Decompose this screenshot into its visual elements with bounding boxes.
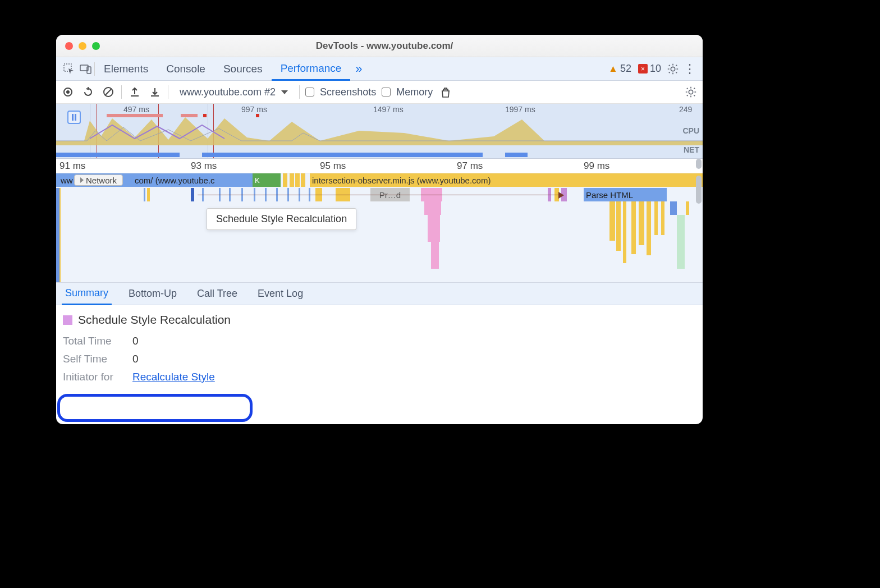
- flame-segment[interactable]: [661, 201, 664, 235]
- total-time-value: 0: [132, 335, 139, 347]
- flame-segment[interactable]: [301, 173, 305, 187]
- arrow-head-icon: [558, 192, 564, 199]
- maximize-window-button[interactable]: [92, 42, 100, 50]
- errors-badge[interactable]: × 10: [638, 63, 661, 75]
- self-time-row: Self Time 0: [63, 350, 696, 368]
- flame-segment[interactable]: [263, 173, 267, 187]
- summary-panel: Schedule Style Recalculation Total Time …: [56, 305, 703, 394]
- detail-tick: 91 ms: [59, 160, 85, 172]
- kebab-menu-icon[interactable]: ⋮: [681, 61, 698, 77]
- more-tabs-icon[interactable]: »: [350, 61, 367, 77]
- flame-segment[interactable]: [267, 173, 272, 187]
- flame-segment[interactable]: [428, 228, 440, 242]
- overview-tick: 997 ms: [241, 105, 267, 114]
- flame-segment[interactable]: [295, 173, 300, 187]
- initiator-arrow: [198, 195, 561, 195]
- flame-segment[interactable]: [647, 201, 651, 255]
- cpu-label: CPU: [682, 126, 699, 135]
- initiator-for-row: Initiator for Recalculate Style: [63, 368, 696, 386]
- flame-segment[interactable]: [686, 201, 689, 215]
- tab-sources[interactable]: Sources: [214, 57, 272, 81]
- memory-checkbox[interactable]: [382, 88, 391, 97]
- details-tab-bar: Summary Bottom-Up Call Tree Event Log: [56, 283, 703, 305]
- upload-icon[interactable]: [127, 85, 142, 99]
- flame-segment[interactable]: [639, 201, 644, 245]
- main-tab-bar: Elements Console Sources Performance » ▲…: [56, 57, 703, 81]
- tab-summary[interactable]: Summary: [62, 283, 112, 305]
- titlebar: DevTools - www.youtube.com/: [56, 35, 703, 57]
- flame-segment[interactable]: [431, 242, 439, 269]
- tab-console[interactable]: Console: [157, 57, 214, 81]
- flame-segment[interactable]: K: [253, 173, 263, 187]
- inspect-element-icon[interactable]: [61, 61, 77, 77]
- flame-segment[interactable]: [428, 215, 440, 228]
- settings-gear-icon[interactable]: [664, 61, 681, 77]
- net-label: NET: [684, 145, 699, 154]
- flame-tick[interactable]: [147, 188, 150, 201]
- record-icon[interactable]: [61, 85, 75, 99]
- flamegraph[interactable]: ww com/ (www.youtube.c Network K interse…: [56, 173, 703, 283]
- scrollbar-thumb[interactable]: [696, 159, 702, 169]
- flame-tick[interactable]: [144, 188, 145, 201]
- flame-tick[interactable]: [191, 188, 194, 201]
- warnings-badge[interactable]: ▲ 52: [608, 63, 631, 75]
- download-icon[interactable]: [148, 85, 162, 99]
- separator: [121, 85, 122, 99]
- net-graph: [56, 153, 703, 157]
- overview-tick: 249: [679, 105, 692, 114]
- device-toolbar-icon[interactable]: [77, 61, 94, 77]
- tab-call-tree[interactable]: Call Tree: [194, 283, 241, 305]
- flame-segment[interactable]: [56, 188, 59, 283]
- flame-segment[interactable]: [677, 215, 685, 269]
- flame-segment[interactable]: [654, 201, 658, 235]
- network-expand-badge[interactable]: Network: [74, 174, 123, 186]
- reload-icon[interactable]: [81, 85, 95, 99]
- flame-segment[interactable]: intersection-observer.min.js (www.youtub…: [310, 173, 703, 187]
- summary-title: Schedule Style Recalculation: [78, 313, 231, 327]
- detail-ruler[interactable]: 91 ms 93 ms 95 ms 97 ms 99 ms: [56, 159, 703, 173]
- tab-performance[interactable]: Performance: [272, 57, 351, 81]
- flame-segment[interactable]: [616, 201, 621, 251]
- tab-event-log[interactable]: Event Log: [254, 283, 306, 305]
- initiator-for-link[interactable]: Recalculate Style: [132, 371, 215, 383]
- overview-tick: 1997 ms: [505, 105, 535, 114]
- flame-segment[interactable]: [290, 173, 294, 187]
- detail-tick: 95 ms: [320, 160, 346, 172]
- close-window-button[interactable]: [65, 42, 73, 50]
- recording-select[interactable]: www.youtube.com #2: [174, 86, 294, 98]
- flame-segment[interactable]: [631, 201, 636, 254]
- flame-parse-html[interactable]: Parse HTML: [584, 188, 667, 201]
- screenshots-checkbox[interactable]: [305, 88, 314, 97]
- svg-point-4: [66, 90, 70, 94]
- summary-heading: Schedule Style Recalculation: [63, 313, 696, 327]
- detail-tick: 99 ms: [584, 160, 609, 172]
- clear-icon[interactable]: [101, 85, 116, 99]
- chevron-down-icon: [281, 90, 288, 94]
- flame-segment[interactable]: [424, 201, 441, 215]
- flame-segment[interactable]: [276, 173, 281, 187]
- collect-garbage-icon[interactable]: [438, 85, 453, 99]
- separator: [299, 85, 300, 99]
- error-count: 10: [650, 63, 661, 75]
- flame-segment[interactable]: [670, 201, 677, 215]
- screenshots-label: Screenshots: [320, 86, 376, 98]
- expand-triangle-icon: [80, 177, 84, 183]
- flame-segment[interactable]: [623, 201, 626, 263]
- scrollbar-thumb[interactable]: [696, 176, 702, 204]
- flame-segment[interactable]: [272, 173, 276, 187]
- svg-line-6: [106, 89, 111, 95]
- tab-elements[interactable]: Elements: [95, 57, 157, 81]
- svg-rect-2: [87, 67, 91, 74]
- overview-ruler: 497 ms 997 ms 1497 ms 1997 ms 249: [56, 104, 703, 115]
- tab-bottom-up[interactable]: Bottom-Up: [125, 283, 180, 305]
- devtools-window: DevTools - www.youtube.com/ Elements Con…: [56, 35, 703, 424]
- capture-settings-gear-icon[interactable]: [684, 85, 698, 99]
- timeline-overview[interactable]: 497 ms 997 ms 1497 ms 1997 ms 249 CPU: [56, 104, 703, 159]
- total-time-row: Total Time 0: [63, 332, 696, 350]
- total-time-label: Total Time: [63, 335, 123, 347]
- self-time-label: Self Time: [63, 353, 123, 365]
- minimize-window-button[interactable]: [79, 42, 86, 50]
- flame-segment[interactable]: [609, 201, 615, 241]
- flame-segment[interactable]: [283, 173, 287, 187]
- separator: [168, 85, 168, 99]
